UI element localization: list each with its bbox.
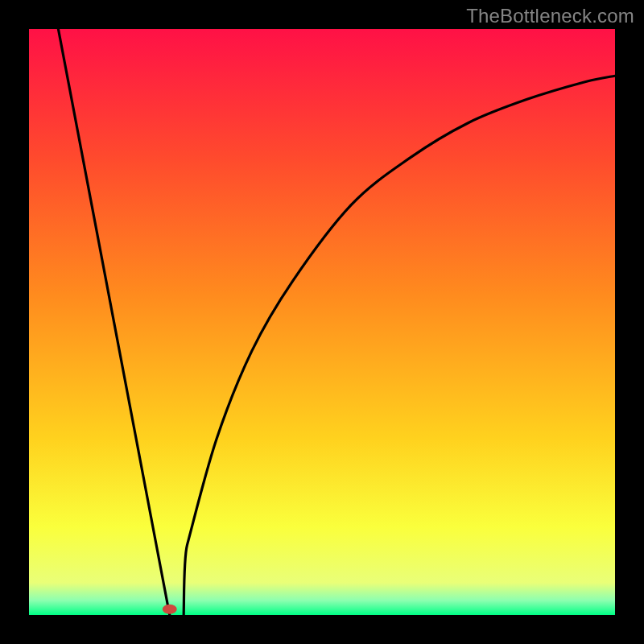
chart-svg xyxy=(29,29,615,615)
chart-frame: TheBottleneck.com xyxy=(0,0,644,644)
gradient-background xyxy=(29,29,615,615)
minimum-marker xyxy=(163,605,177,614)
watermark-text: TheBottleneck.com xyxy=(466,5,634,27)
chart-plot-area xyxy=(29,29,615,615)
